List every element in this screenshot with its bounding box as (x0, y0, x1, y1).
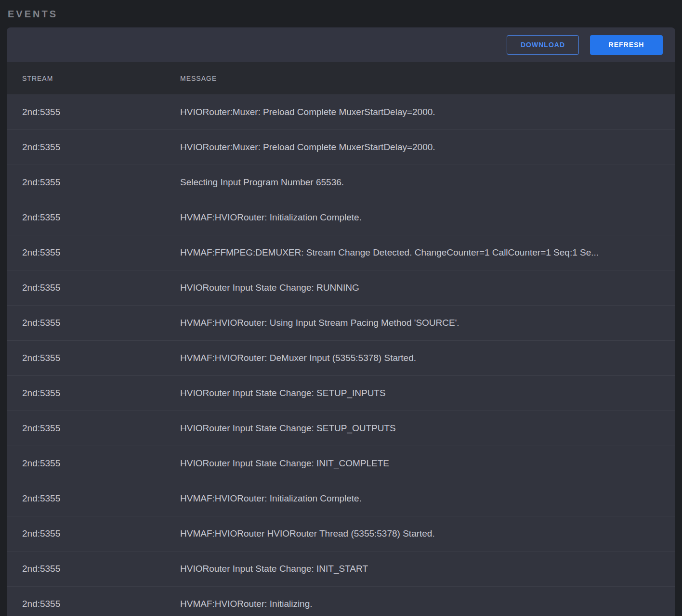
stream-cell: 2nd:5355 (7, 599, 180, 609)
events-table-body: 2nd:5355HVIORouter:Muxer: Preload Comple… (7, 94, 675, 616)
download-button[interactable]: DOWNLOAD (507, 35, 579, 55)
table-row: 2nd:5355HVIORouter Input State Change: I… (7, 446, 675, 481)
table-row: 2nd:5355HVMAF:HVIORouter: Initialization… (7, 481, 675, 516)
table-row: 2nd:5355HVIORouter:Muxer: Preload Comple… (7, 94, 675, 129)
message-cell: HVMAF:HVIORouter: Initialization Complet… (180, 493, 675, 504)
table-header-row: STREAM MESSAGE (7, 62, 675, 94)
stream-cell: 2nd:5355 (7, 107, 180, 117)
stream-cell: 2nd:5355 (7, 247, 180, 258)
message-cell: HVIORouter Input State Change: INIT_STAR… (180, 564, 675, 574)
message-cell: HVIORouter:Muxer: Preload Complete Muxer… (180, 142, 675, 153)
message-cell: HVIORouter:Muxer: Preload Complete Muxer… (180, 107, 675, 117)
table-row: 2nd:5355HVIORouter:Muxer: Preload Comple… (7, 129, 675, 165)
stream-cell: 2nd:5355 (7, 493, 180, 504)
table-row: 2nd:5355HVMAF:FFMPEG:DEMUXER: Stream Cha… (7, 235, 675, 270)
table-row: 2nd:5355HVMAF:HVIORouter HVIORouter Thre… (7, 516, 675, 551)
stream-cell: 2nd:5355 (7, 388, 180, 398)
table-row: 2nd:5355HVIORouter Input State Change: S… (7, 411, 675, 446)
stream-cell: 2nd:5355 (7, 212, 180, 223)
message-cell: HVIORouter Input State Change: SETUP_OUT… (180, 423, 675, 434)
stream-cell: 2nd:5355 (7, 458, 180, 469)
message-cell: HVMAF:FFMPEG:DEMUXER: Stream Change Dete… (180, 247, 675, 258)
message-cell: HVMAF:HVIORouter: Using Input Stream Pac… (180, 318, 675, 328)
stream-cell: 2nd:5355 (7, 564, 180, 574)
table-row: 2nd:5355HVMAF:HVIORouter: Initializing. (7, 586, 675, 616)
message-cell: HVMAF:HVIORouter: Initializing. (180, 599, 675, 609)
table-row: 2nd:5355HVMAF:HVIORouter: Using Input St… (7, 305, 675, 340)
stream-cell: 2nd:5355 (7, 282, 180, 293)
table-row: 2nd:5355HVMAF:HVIORouter: Initialization… (7, 200, 675, 235)
message-cell: HVMAF:HVIORouter: Initialization Complet… (180, 212, 675, 223)
table-row: 2nd:5355HVMAF:HVIORouter: DeMuxer Input … (7, 340, 675, 375)
table-row: 2nd:5355Selecting Input Program Number 6… (7, 165, 675, 200)
stream-cell: 2nd:5355 (7, 318, 180, 328)
stream-cell: 2nd:5355 (7, 528, 180, 539)
message-cell: HVMAF:HVIORouter HVIORouter Thread (5355… (180, 528, 675, 539)
events-toolbar: DOWNLOAD REFRESH (7, 27, 675, 62)
stream-cell: 2nd:5355 (7, 423, 180, 434)
stream-cell: 2nd:5355 (7, 142, 180, 153)
message-cell: HVIORouter Input State Change: RUNNING (180, 282, 675, 293)
column-header-stream: STREAM (7, 75, 180, 82)
page-title: EVENTS (8, 9, 58, 20)
table-row: 2nd:5355HVIORouter Input State Change: S… (7, 375, 675, 411)
table-row: 2nd:5355HVIORouter Input State Change: I… (7, 551, 675, 586)
message-cell: HVIORouter Input State Change: SETUP_INP… (180, 388, 675, 398)
stream-cell: 2nd:5355 (7, 353, 180, 363)
events-panel: DOWNLOAD REFRESH STREAM MESSAGE 2nd:5355… (7, 27, 675, 616)
column-header-message: MESSAGE (180, 75, 675, 82)
table-row: 2nd:5355HVIORouter Input State Change: R… (7, 270, 675, 305)
refresh-button[interactable]: REFRESH (590, 35, 663, 55)
message-cell: HVMAF:HVIORouter: DeMuxer Input (5355:53… (180, 353, 675, 363)
stream-cell: 2nd:5355 (7, 177, 180, 188)
message-cell: HVIORouter Input State Change: INIT_COMP… (180, 458, 675, 469)
message-cell: Selecting Input Program Number 65536. (180, 177, 675, 188)
